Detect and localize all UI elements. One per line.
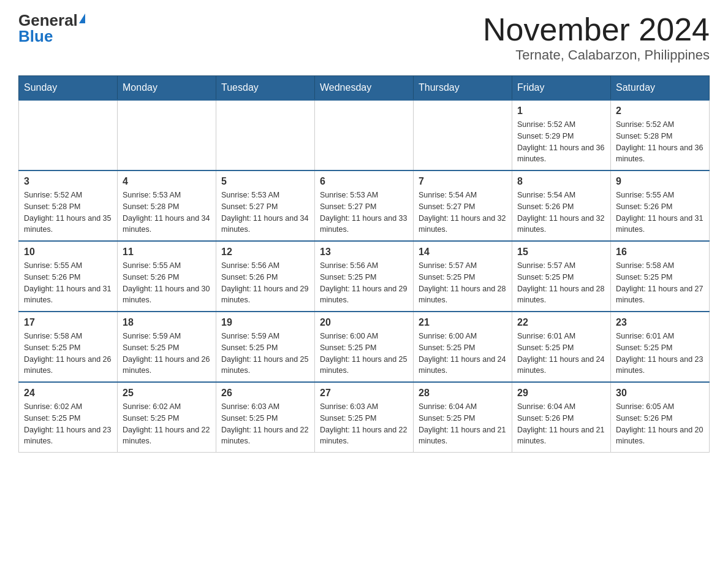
calendar-day-cell: 22Sunrise: 6:01 AM Sunset: 5:25 PM Dayli… (512, 312, 611, 382)
day-info: Sunrise: 5:52 AM Sunset: 5:28 PM Dayligh… (24, 190, 112, 236)
day-info: Sunrise: 5:56 AM Sunset: 5:25 PM Dayligh… (320, 260, 408, 306)
calendar-day-cell: 2Sunrise: 5:52 AM Sunset: 5:28 PM Daylig… (611, 100, 710, 170)
calendar-day-cell: 28Sunrise: 6:04 AM Sunset: 5:25 PM Dayli… (414, 382, 512, 453)
calendar-day-cell: 21Sunrise: 6:00 AM Sunset: 5:25 PM Dayli… (414, 312, 512, 382)
calendar-week-row: 3Sunrise: 5:52 AM Sunset: 5:28 PM Daylig… (19, 170, 710, 241)
calendar-day-cell (414, 100, 512, 170)
calendar-day-cell (216, 100, 315, 170)
day-info: Sunrise: 5:57 AM Sunset: 5:25 PM Dayligh… (419, 260, 507, 306)
calendar-day-header: Wednesday (315, 76, 414, 101)
logo-triangle-icon (79, 13, 85, 23)
logo-general-text: General (18, 12, 78, 28)
day-number: 9 (616, 176, 704, 187)
page-title: November 2024 (483, 12, 710, 47)
calendar-day-cell: 27Sunrise: 6:03 AM Sunset: 5:25 PM Dayli… (315, 382, 414, 453)
calendar-day-header: Thursday (414, 76, 512, 101)
calendar-day-cell: 26Sunrise: 6:03 AM Sunset: 5:25 PM Dayli… (216, 382, 315, 453)
day-number: 28 (419, 388, 507, 399)
calendar-day-cell: 6Sunrise: 5:53 AM Sunset: 5:27 PM Daylig… (315, 170, 414, 241)
calendar-day-cell: 20Sunrise: 6:00 AM Sunset: 5:25 PM Dayli… (315, 312, 414, 382)
calendar-day-cell: 25Sunrise: 6:02 AM Sunset: 5:25 PM Dayli… (118, 382, 216, 453)
calendar-day-header: Friday (512, 76, 611, 101)
calendar-day-cell: 17Sunrise: 5:58 AM Sunset: 5:25 PM Dayli… (19, 312, 118, 382)
day-info: Sunrise: 5:52 AM Sunset: 5:28 PM Dayligh… (616, 119, 704, 165)
day-number: 20 (320, 317, 408, 328)
day-number: 30 (616, 388, 704, 399)
day-info: Sunrise: 6:01 AM Sunset: 5:25 PM Dayligh… (616, 331, 704, 377)
day-info: Sunrise: 6:05 AM Sunset: 5:26 PM Dayligh… (616, 401, 704, 447)
calendar-day-header: Monday (118, 76, 216, 101)
day-number: 4 (123, 176, 211, 187)
day-number: 10 (24, 247, 112, 258)
day-number: 7 (419, 176, 507, 187)
calendar-day-cell: 30Sunrise: 6:05 AM Sunset: 5:26 PM Dayli… (611, 382, 710, 453)
calendar-day-cell: 29Sunrise: 6:04 AM Sunset: 5:26 PM Dayli… (512, 382, 611, 453)
calendar-day-cell: 5Sunrise: 5:53 AM Sunset: 5:27 PM Daylig… (216, 170, 315, 241)
day-info: Sunrise: 6:02 AM Sunset: 5:25 PM Dayligh… (24, 401, 112, 447)
calendar-table: SundayMondayTuesdayWednesdayThursdayFrid… (18, 75, 710, 453)
calendar-week-row: 1Sunrise: 5:52 AM Sunset: 5:29 PM Daylig… (19, 100, 710, 170)
calendar-day-cell: 23Sunrise: 6:01 AM Sunset: 5:25 PM Dayli… (611, 312, 710, 382)
day-number: 18 (123, 317, 211, 328)
calendar-day-cell: 10Sunrise: 5:55 AM Sunset: 5:26 PM Dayli… (19, 241, 118, 312)
day-number: 27 (320, 388, 408, 399)
calendar-day-header: Saturday (611, 76, 710, 101)
day-info: Sunrise: 5:57 AM Sunset: 5:25 PM Dayligh… (517, 260, 605, 306)
day-number: 12 (221, 247, 309, 258)
logo: General Blue (18, 12, 85, 44)
day-number: 15 (517, 247, 605, 258)
title-block: November 2024 Ternate, Calabarzon, Phili… (483, 12, 710, 63)
calendar-header-row: SundayMondayTuesdayWednesdayThursdayFrid… (19, 76, 710, 101)
page-subtitle: Ternate, Calabarzon, Philippines (483, 47, 710, 63)
day-info: Sunrise: 6:03 AM Sunset: 5:25 PM Dayligh… (221, 401, 309, 447)
calendar-day-cell: 7Sunrise: 5:54 AM Sunset: 5:27 PM Daylig… (414, 170, 512, 241)
day-number: 5 (221, 176, 309, 187)
calendar-day-header: Sunday (19, 76, 118, 101)
calendar-week-row: 17Sunrise: 5:58 AM Sunset: 5:25 PM Dayli… (19, 312, 710, 382)
day-number: 6 (320, 176, 408, 187)
day-info: Sunrise: 5:59 AM Sunset: 5:25 PM Dayligh… (221, 331, 309, 377)
calendar-day-header: Tuesday (216, 76, 315, 101)
calendar-day-cell: 19Sunrise: 5:59 AM Sunset: 5:25 PM Dayli… (216, 312, 315, 382)
calendar-day-cell: 4Sunrise: 5:53 AM Sunset: 5:28 PM Daylig… (118, 170, 216, 241)
day-info: Sunrise: 5:53 AM Sunset: 5:27 PM Dayligh… (320, 190, 408, 236)
day-number: 29 (517, 388, 605, 399)
calendar-day-cell: 15Sunrise: 5:57 AM Sunset: 5:25 PM Dayli… (512, 241, 611, 312)
day-info: Sunrise: 5:58 AM Sunset: 5:25 PM Dayligh… (616, 260, 704, 306)
day-number: 16 (616, 247, 704, 258)
day-number: 17 (24, 317, 112, 328)
day-info: Sunrise: 6:00 AM Sunset: 5:25 PM Dayligh… (320, 331, 408, 377)
day-number: 1 (517, 105, 605, 117)
calendar-day-cell (118, 100, 216, 170)
day-number: 26 (221, 388, 309, 399)
calendar-day-cell: 18Sunrise: 5:59 AM Sunset: 5:25 PM Dayli… (118, 312, 216, 382)
day-info: Sunrise: 5:55 AM Sunset: 5:26 PM Dayligh… (24, 260, 112, 306)
calendar-day-cell (19, 100, 118, 170)
day-info: Sunrise: 6:00 AM Sunset: 5:25 PM Dayligh… (419, 331, 507, 377)
day-info: Sunrise: 6:04 AM Sunset: 5:26 PM Dayligh… (517, 401, 605, 447)
logo-blue-text: Blue (18, 28, 53, 44)
calendar-week-row: 24Sunrise: 6:02 AM Sunset: 5:25 PM Dayli… (19, 382, 710, 453)
day-info: Sunrise: 6:04 AM Sunset: 5:25 PM Dayligh… (419, 401, 507, 447)
calendar-day-cell: 3Sunrise: 5:52 AM Sunset: 5:28 PM Daylig… (19, 170, 118, 241)
calendar-day-cell: 1Sunrise: 5:52 AM Sunset: 5:29 PM Daylig… (512, 100, 611, 170)
day-info: Sunrise: 6:01 AM Sunset: 5:25 PM Dayligh… (517, 331, 605, 377)
day-number: 8 (517, 176, 605, 187)
calendar-day-cell: 13Sunrise: 5:56 AM Sunset: 5:25 PM Dayli… (315, 241, 414, 312)
day-number: 24 (24, 388, 112, 399)
day-info: Sunrise: 5:52 AM Sunset: 5:29 PM Dayligh… (517, 119, 605, 165)
day-info: Sunrise: 5:53 AM Sunset: 5:28 PM Dayligh… (123, 190, 211, 236)
day-number: 19 (221, 317, 309, 328)
calendar-day-cell: 14Sunrise: 5:57 AM Sunset: 5:25 PM Dayli… (414, 241, 512, 312)
day-info: Sunrise: 5:54 AM Sunset: 5:26 PM Dayligh… (517, 190, 605, 236)
calendar-day-cell: 12Sunrise: 5:56 AM Sunset: 5:26 PM Dayli… (216, 241, 315, 312)
calendar-day-cell: 9Sunrise: 5:55 AM Sunset: 5:26 PM Daylig… (611, 170, 710, 241)
day-number: 13 (320, 247, 408, 258)
page-header: General Blue November 2024 Ternate, Cala… (18, 12, 710, 63)
day-number: 14 (419, 247, 507, 258)
day-number: 11 (123, 247, 211, 258)
day-number: 3 (24, 176, 112, 187)
calendar-day-cell: 11Sunrise: 5:55 AM Sunset: 5:26 PM Dayli… (118, 241, 216, 312)
day-number: 25 (123, 388, 211, 399)
day-number: 21 (419, 317, 507, 328)
